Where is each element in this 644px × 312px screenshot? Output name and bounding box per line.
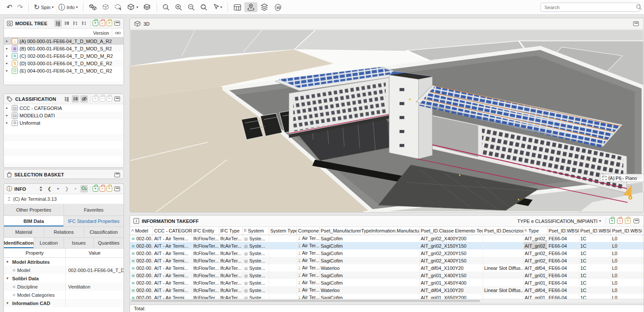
takeoff-cell[interactable]: ◎Syste... [243,272,269,279]
takeoff-cell[interactable]: AIT_gri02_... [523,257,547,264]
takeoff-cell[interactable] [483,242,523,249]
takeoff-cell[interactable]: AIT_dif04_X100Y20 [419,264,483,272]
show-in-3d-button[interactable] [80,185,88,193]
takeoff-column-header[interactable]: System Type [269,227,297,235]
model-tree-item[interactable]: ▸↯(D) 003-000-01-FE66-04_T_D_MOD_E_R2 [4,60,123,67]
takeoff-cell[interactable]: AIT_gri01_... [523,279,547,286]
layers-button[interactable] [258,2,271,12]
expand-arrow-icon[interactable]: ▸ [6,113,10,117]
takeoff-cell[interactable]: ≋002-00... [130,286,153,294]
collapse-arrow-icon[interactable]: ▾ [7,301,10,305]
grid-view-button[interactable] [231,3,244,12]
search-input[interactable] [541,3,640,12]
sort-button[interactable] [37,185,44,193]
takeoff-cell[interactable]: ≋002-00... [130,264,153,272]
takeoff-cell[interactable]: AIT_gri02_X200Y150 [419,249,483,257]
takeoff-cell[interactable]: AIT - Air Termi... [153,242,192,249]
takeoff-cell[interactable]: FE66-04 [547,294,579,299]
takeoff-cell[interactable]: ◎Syste... [243,242,269,249]
classification-item[interactable]: ▸⊛Uniformat [4,119,123,126]
takeoff-row[interactable]: ≋002-00...AIT - Air Termi...IfcFlowTer..… [130,249,644,257]
takeoff-preset-dropdown[interactable]: TYPE e CLASSIFICATION_IMPIANTI ▾ [516,218,603,225]
tab-bim-data[interactable]: BIM Data [4,216,64,226]
takeoff-cell[interactable]: 1C [579,249,611,257]
transparent-button[interactable] [112,3,124,12]
takeoff-cell[interactable]: 1C [579,235,611,242]
property-row[interactable]: =DisciplineVentilation [4,282,123,291]
footprint-button[interactable] [244,2,257,12]
classification-item[interactable]: ▸▤CCC - CATEGORIA [4,104,123,112]
takeoff-cell[interactable]: FE66-04 [547,272,579,279]
basket-remove-button[interactable]: − [100,186,105,192]
takeoff-cell[interactable]: ≋002-00... [130,242,153,249]
takeoff-row[interactable]: ≋002-00...AIT - Air Termi...IfcFlowTer..… [130,279,644,286]
tab-favorites[interactable]: Favorites [64,204,123,216]
takeoff-cell[interactable]: FE66-04 [547,264,579,272]
takeoff-cell[interactable] [269,242,297,249]
takeoff-cell[interactable]: Waterloo [319,264,419,272]
takeoff-cell[interactable]: L0 [611,286,642,294]
next-dropdown-button[interactable]: ▾ [72,185,79,193]
takeoff-row[interactable]: ≋002-00...AIT - Air Termi...IfcFlowTer..… [130,294,644,299]
takeoff-cell[interactable]: L0 [611,264,642,272]
basket-remove-button[interactable]: − [617,218,623,224]
property-group-row[interactable]: ▾Model Attributes [4,258,123,266]
takeoff-cell[interactable]: ◎Syste... [243,286,269,294]
takeoff-cell[interactable]: ≋002-00... [130,279,153,286]
tab-material[interactable]: Material [4,227,44,237]
takeoff-cell[interactable]: 1C [579,272,611,279]
takeoff-cell[interactable]: IfcAirTer... [219,264,243,272]
takeoff-cell[interactable]: ◎Syste... [243,249,269,257]
takeoff-cell[interactable]: IfcFlowTer... [192,264,219,272]
takeoff-cell[interactable]: ≋002-00... [130,235,153,242]
tab-ifc-standard-properties[interactable]: IFC Standard Properties [64,216,123,226]
takeoff-cell[interactable]: E [642,249,644,257]
takeoff-cell[interactable] [483,279,523,286]
takeoff-column-header[interactable]: Pset_ManufacturerTypeInformation.Manufac… [319,227,419,235]
takeoff-cell[interactable]: IfcAirTer... [219,242,243,249]
takeoff-cell[interactable]: 1C [579,294,611,299]
takeoff-cell[interactable]: SagiCofim [319,242,419,249]
takeoff-row[interactable]: ≋002-00...AIT - Air Termi...IfcFlowTer..… [130,286,644,294]
takeoff-column-header[interactable]: Pse [642,227,644,235]
model-tree-item[interactable]: ▸▦(B) 001-000-01-FE66-04_T_D_MOD_S_R2 [4,45,123,52]
takeoff-cell[interactable]: AIT_gri02_... [523,242,547,249]
flat-view-button[interactable] [72,95,79,103]
takeoff-cell[interactable]: ⌶Air Ter... [297,235,319,242]
takeoff-cell[interactable]: E [642,294,644,299]
show-all-button[interactable] [87,3,99,12]
zoom-in-button[interactable] [173,3,185,12]
sectioning-button[interactable] [141,3,153,12]
takeoff-cell[interactable]: AIT_dif04_X100Y20 [419,286,483,294]
takeoff-cell[interactable]: ⌶Air Ter... [297,249,319,257]
takeoff-column-header[interactable]: IFC Type [219,227,243,235]
takeoff-cell[interactable]: FE66-04 [547,249,579,257]
takeoff-cell[interactable] [483,249,523,257]
zoom-fit-button[interactable] [160,3,172,12]
takeoff-cell[interactable]: AIT - Air Termi... [153,257,192,264]
takeoff-cell[interactable] [269,235,297,242]
tab-other-properties[interactable]: Other Properties [4,204,64,216]
basket-add-button[interactable]: + [609,218,615,224]
takeoff-cell[interactable]: ≋002-00... [130,257,153,264]
takeoff-cell[interactable]: IfcFlowTer... [192,272,219,279]
prev-element-button[interactable]: ❮ [46,185,53,193]
takeoff-cell[interactable]: AIT_gri02_X400Y150 [419,257,483,264]
takeoff-cell[interactable]: L0 [611,279,642,286]
prev-dropdown-button[interactable]: ▾ [54,185,62,193]
takeoff-cell[interactable]: 1C [579,242,611,249]
hide-button[interactable] [100,3,112,12]
takeoff-column-header[interactable]: Pset_ID.Classe Elemento Tecnico [419,227,483,235]
basket-remove-button[interactable]: − [100,20,105,26]
takeoff-cell[interactable]: ⌶Air Ter... [297,272,319,279]
expand-arrow-icon[interactable]: ▸ [6,46,10,50]
takeoff-cell[interactable]: AIT_gri01_... [523,294,547,299]
expand-all-button[interactable] [72,20,79,27]
settings-3d-button[interactable]: 3D [271,2,285,13]
takeoff-cell[interactable]: IfcFlowTer... [192,242,219,249]
takeoff-cell[interactable]: AIT_gri02_X150Y150 [419,242,483,249]
takeoff-cell[interactable]: FE66-04 [547,242,579,249]
takeoff-cell[interactable]: AIT - Air Termi... [153,272,192,279]
classification-item[interactable]: ▸▤MODELLO DATI [4,112,123,119]
property-row[interactable]: =Model002-000-01-FE66-04_T_D_... [4,266,123,274]
